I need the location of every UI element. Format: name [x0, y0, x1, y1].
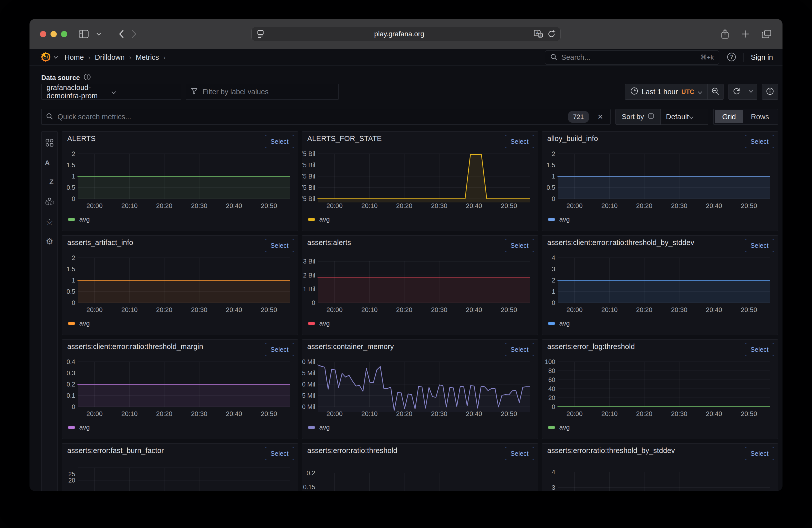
sort-za-icon[interactable]: _Z [45, 178, 54, 186]
quick-search-input[interactable] [57, 113, 564, 121]
panel-select-button[interactable]: Select [745, 447, 774, 460]
label-filter-input[interactable] [202, 88, 334, 96]
svg-text:20:10: 20:10 [601, 410, 618, 417]
svg-text:0.15: 0.15 [303, 484, 315, 490]
sort-info-icon[interactable] [648, 113, 654, 121]
legend-series-label[interactable]: avg [79, 424, 90, 431]
refresh-interval-dropdown[interactable] [745, 84, 757, 100]
panel-chart: 20:0020:1020:2020:3020:4020:503 Bil2 Bil… [302, 253, 538, 336]
metric-panel: ALERTS_FOR_STATESelect20:0020:1020:2020:… [302, 131, 538, 231]
panel-select-button[interactable]: Select [265, 135, 294, 148]
clear-search-icon[interactable]: ✕ [597, 113, 603, 121]
panel-select-button[interactable]: Select [505, 239, 534, 252]
svg-text:20: 20 [68, 477, 75, 484]
panel-legend: avg [308, 424, 330, 431]
legend-series-label[interactable]: avg [319, 216, 330, 223]
svg-text:0.4: 0.4 [67, 358, 75, 365]
panel-select-button[interactable]: Select [745, 239, 774, 252]
data-source-picker[interactable]: grafanacloud-demoinfra-prom [41, 84, 181, 100]
quick-search-box[interactable]: 721 ✕ [41, 109, 610, 125]
settings-gear-icon[interactable]: ⚙ [46, 237, 53, 246]
zoom-window-button[interactable] [61, 31, 67, 37]
panel-select-button[interactable]: Select [505, 343, 534, 356]
groups-icon[interactable] [45, 197, 54, 206]
panel-select-button[interactable]: Select [505, 447, 534, 460]
svg-text:20:20: 20:20 [396, 306, 412, 313]
search-shortcut-hint: ⌘+k [700, 54, 714, 61]
svg-text:4: 4 [552, 254, 555, 261]
svg-text:20:20: 20:20 [156, 306, 172, 313]
panel-select-button[interactable]: Select [265, 239, 294, 252]
panel-title: asserts:error:fast_burn_factor [67, 446, 164, 455]
legend-series-label[interactable]: avg [79, 320, 90, 327]
time-range-picker[interactable]: Last 1 hour UTC [625, 84, 708, 100]
zoom-out-time-button[interactable] [708, 84, 724, 100]
svg-text:20:50: 20:50 [741, 306, 757, 313]
view-grid-option[interactable]: Grid [715, 110, 743, 123]
label-filter-box[interactable] [186, 84, 339, 100]
svg-text:2: 2 [552, 150, 555, 157]
address-bar[interactable]: play.grafana.org A文 [251, 27, 561, 41]
help-icon[interactable]: ? [726, 52, 737, 63]
sidebar-chevron-down-icon[interactable] [96, 32, 101, 36]
org-switcher-chevron-icon[interactable] [54, 55, 58, 60]
overview-grid-icon[interactable] [45, 138, 54, 148]
data-source-info-icon[interactable] [84, 73, 91, 83]
legend-series-label[interactable]: avg [559, 424, 570, 431]
forward-button-icon[interactable] [131, 29, 137, 39]
share-icon[interactable] [721, 29, 729, 39]
panel-select-button[interactable]: Select [505, 135, 534, 148]
breadcrumb-metrics[interactable]: Metrics [136, 53, 159, 61]
legend-series-label[interactable]: avg [559, 216, 570, 223]
legend-swatch-icon [68, 322, 75, 325]
legend-series-label[interactable]: avg [79, 216, 90, 223]
nav-divider [743, 53, 744, 62]
global-search-input[interactable] [561, 53, 697, 62]
svg-text:40: 40 [548, 385, 555, 392]
reload-icon[interactable] [547, 30, 556, 38]
panel-select-button[interactable]: Select [745, 135, 774, 148]
grafana-logo[interactable] [41, 52, 51, 63]
svg-text:20:00: 20:00 [566, 306, 582, 313]
legend-series-label[interactable]: avg [319, 424, 330, 431]
panel-chart: 20:0020:1020:2020:3020:4020:502520 [62, 461, 298, 491]
svg-text:20:50: 20:50 [261, 202, 277, 209]
new-tab-icon[interactable] [741, 30, 750, 38]
breadcrumb-home[interactable]: Home [64, 53, 84, 61]
sort-selected-value: Default [666, 113, 689, 121]
clock-icon [630, 87, 638, 97]
svg-text:1.5: 1.5 [547, 161, 555, 168]
page-info-button[interactable] [762, 84, 778, 100]
metric-panel: asserts:error_log:thresholdSelect20:0020… [542, 339, 778, 439]
tab-overview-icon[interactable] [762, 29, 771, 39]
svg-text:20:10: 20:10 [601, 306, 618, 313]
svg-text:20:20: 20:20 [636, 410, 652, 417]
view-rows-option[interactable]: Rows [743, 110, 777, 123]
sort-az-icon[interactable]: A_ [45, 159, 54, 167]
favorites-star-icon[interactable]: ☆ [46, 218, 53, 226]
metric-panel: alloy_build_infoSelect20:0020:1020:2020:… [542, 131, 778, 231]
minimize-window-button[interactable] [50, 31, 57, 37]
translate-icon[interactable]: A文 [534, 30, 543, 38]
panel-select-button[interactable]: Select [265, 343, 294, 356]
timezone-label: UTC [682, 88, 694, 96]
sidebar-toggle-icon[interactable] [79, 30, 89, 38]
legend-series-label[interactable]: avg [319, 320, 330, 327]
svg-text:20:00: 20:00 [326, 306, 343, 313]
reader-view-icon[interactable] [256, 29, 265, 39]
legend-series-label[interactable]: avg [559, 320, 570, 327]
window-controls [40, 31, 67, 37]
svg-text:20:40: 20:40 [706, 202, 722, 209]
panel-title: asserts:alerts [307, 238, 351, 247]
global-search-box[interactable]: ⌘+k [545, 50, 719, 65]
close-window-button[interactable] [40, 31, 46, 37]
refresh-button[interactable] [728, 84, 745, 100]
panel-select-button[interactable]: Select [745, 343, 774, 356]
sort-select[interactable]: Default [661, 109, 708, 125]
breadcrumb-drilldown[interactable]: Drilldown [95, 53, 125, 61]
panel-select-button[interactable]: Select [265, 447, 294, 460]
svg-text:1.5: 1.5 [67, 161, 75, 168]
back-button-icon[interactable] [118, 29, 124, 39]
sign-in-link[interactable]: Sign in [751, 53, 773, 61]
svg-text:1: 1 [552, 288, 555, 295]
